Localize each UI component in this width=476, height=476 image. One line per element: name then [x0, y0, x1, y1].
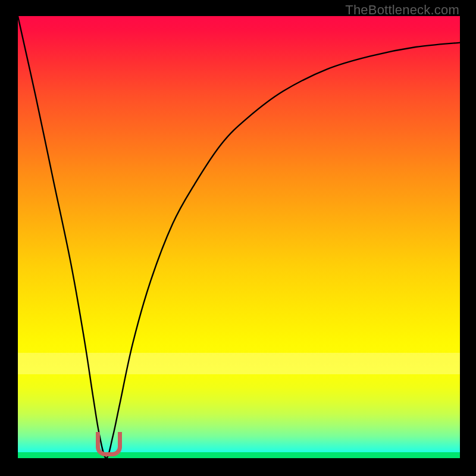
- plot-area: [18, 16, 460, 458]
- optimal-marker: [96, 432, 122, 456]
- bottleneck-curve: [18, 16, 460, 458]
- chart-frame: TheBottleneck.com: [0, 0, 476, 476]
- watermark-text: TheBottleneck.com: [345, 2, 459, 18]
